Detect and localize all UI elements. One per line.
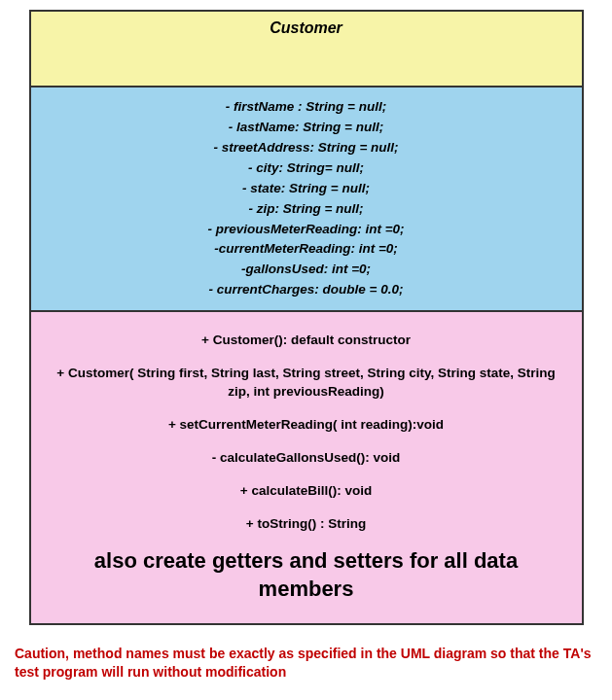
method-line: + Customer(): default constructor — [46, 332, 567, 350]
method-line: - calculateGallonsUsed(): void — [46, 449, 567, 468]
attribute-line: - previousMeterReading: int =0; — [31, 220, 582, 240]
method-line: + toString() : String — [46, 515, 567, 534]
method-line: + setCurrentMeterReading( int reading):v… — [46, 416, 567, 435]
method-note: also create getters and setters for all … — [46, 547, 567, 603]
method-line: + Customer( String first, String last, S… — [46, 365, 567, 402]
attribute-line: - state: String = null; — [31, 179, 582, 199]
attribute-line: - city: String= null; — [31, 158, 582, 179]
attribute-line: - lastName: String = null; — [31, 118, 582, 138]
attribute-line: - streetAddress: String = null; — [31, 138, 582, 158]
attribute-line: - firstName : String = null; — [31, 97, 582, 118]
uml-class-diagram: Customer - firstName : String = null; - … — [29, 10, 584, 625]
attribute-line: -currentMeterReading: int =0; — [31, 239, 582, 260]
caution-text: Caution, method names must be exactly as… — [15, 645, 597, 682]
uml-methods-section: + Customer(): default constructor + Cust… — [31, 312, 582, 622]
uml-class-name-section: Customer — [31, 12, 582, 88]
uml-attributes-section: - firstName : String = null; - lastName:… — [31, 88, 582, 312]
class-name: Customer — [31, 19, 582, 37]
attribute-line: - currentCharges: double = 0.0; — [31, 280, 582, 300]
attribute-line: - zip: String = null; — [31, 199, 582, 220]
attribute-line: -gallonsUsed: int =0; — [31, 260, 582, 280]
method-line: + calculateBill(): void — [46, 482, 567, 501]
